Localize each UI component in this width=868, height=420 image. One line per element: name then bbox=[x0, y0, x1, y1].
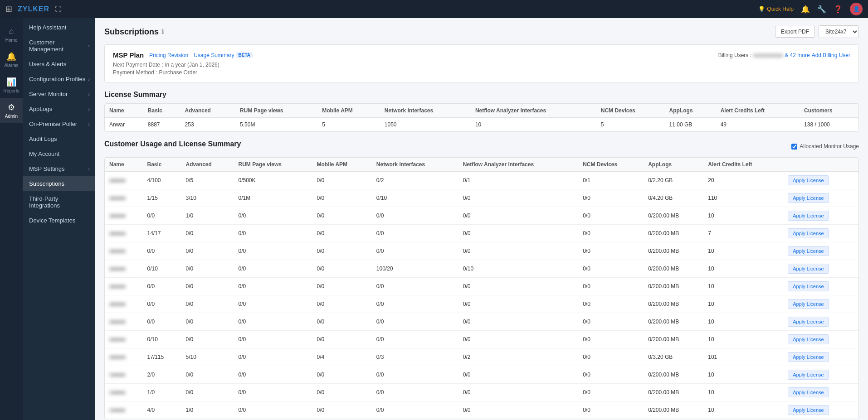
sidebar-item-home[interactable]: ⌂ Home bbox=[0, 22, 23, 47]
apply-license-button[interactable]: Apply License bbox=[788, 246, 829, 256]
col-netflow: Netflow Analyzer Interfaces bbox=[471, 104, 596, 118]
apply-license-button[interactable]: Apply License bbox=[788, 334, 829, 344]
apply-license-button[interactable]: Apply License bbox=[788, 387, 829, 397]
cu-col-alert-credits: Alert Credits Left bbox=[703, 158, 783, 172]
cell-action[interactable]: Apply License bbox=[783, 366, 858, 384]
pricing-revision-link[interactable]: Pricing Revision bbox=[149, 52, 188, 58]
table-row: c●●●● 4/0 1/0 0/0 0/0 0/0 0/0 0/0 0/200.… bbox=[105, 401, 858, 419]
apply-license-button[interactable]: Apply License bbox=[788, 264, 829, 274]
cell-applogs: 0/2.20 GB bbox=[644, 172, 703, 189]
cell-network: 0/0 bbox=[372, 366, 458, 384]
chevron-icon: › bbox=[88, 77, 90, 82]
apply-license-button[interactable]: Apply License bbox=[788, 317, 829, 327]
grid-icon[interactable]: ⊞ bbox=[5, 4, 12, 14]
sidebar-item-device-templates[interactable]: Device Templates bbox=[23, 213, 95, 228]
cell-action[interactable]: Apply License bbox=[783, 384, 858, 401]
cell-advanced: 0/0 bbox=[181, 242, 234, 260]
cell-action[interactable]: Apply License bbox=[783, 313, 858, 331]
sidebar-item-admin[interactable]: ⚙ Admin bbox=[0, 98, 23, 123]
sidebar-item-applogs[interactable]: AppLogs › bbox=[23, 101, 95, 116]
cell-network: 0/0 bbox=[372, 242, 458, 260]
sidebar-item-audit-logs[interactable]: Audit Logs bbox=[23, 131, 95, 146]
apply-license-button[interactable]: Apply License bbox=[788, 352, 829, 362]
cell-applogs: 0/200.00 MB bbox=[644, 401, 703, 419]
cell-netflow: 0/0 bbox=[458, 401, 578, 419]
sidebar-item-customer-management[interactable]: Customer Management › bbox=[23, 35, 95, 57]
quick-help-link[interactable]: 💡 Quick Help bbox=[758, 6, 794, 12]
help-icon[interactable]: ❓ bbox=[834, 5, 843, 14]
cell-action[interactable]: Apply License bbox=[783, 207, 858, 225]
sidebar-item-third-party-integrations[interactable]: Third-Party Integrations bbox=[23, 191, 95, 213]
cell-network: 0/0 bbox=[372, 384, 458, 401]
cell-action[interactable]: Apply License bbox=[783, 331, 858, 348]
sidebar-item-on-premise-poller[interactable]: On-Premise Poller › bbox=[23, 116, 95, 131]
cell-alert-credits: 10 bbox=[703, 295, 783, 313]
cell-action[interactable]: Apply License bbox=[783, 278, 858, 295]
chevron-icon: › bbox=[88, 43, 90, 48]
usage-summary-link[interactable]: Usage Summary bbox=[194, 52, 234, 58]
col-mobile-apm: Mobile APM bbox=[317, 104, 380, 118]
cell-rum: 0/0 bbox=[234, 331, 312, 348]
chevron-icon: › bbox=[88, 166, 90, 172]
sidebar-item-alarms[interactable]: 🔔 Alarms bbox=[0, 47, 23, 72]
cell-mobile-apm: 0/0 bbox=[312, 172, 372, 189]
notification-icon[interactable]: 🔔 bbox=[801, 5, 810, 14]
billing-users-more-link[interactable]: & 42 more bbox=[785, 52, 809, 58]
table-row: a●●●● 17/115 5/10 0/0 0/4 0/3 0/2 0/0 0/… bbox=[105, 348, 858, 366]
apply-license-button[interactable]: Apply License bbox=[788, 228, 829, 238]
cell-netflow: 0/0 bbox=[458, 331, 578, 348]
cell-applogs: 0/200.00 MB bbox=[644, 331, 703, 348]
chevron-icon: › bbox=[88, 92, 90, 97]
apply-license-button[interactable]: Apply License bbox=[788, 193, 829, 203]
cell-netflow: 0/0 bbox=[458, 225, 578, 242]
tools-icon[interactable]: 🔧 bbox=[817, 5, 826, 14]
site-selector[interactable]: Site24x7 bbox=[819, 25, 859, 38]
cell-network: 0/0 bbox=[372, 295, 458, 313]
cell-action[interactable]: Apply License bbox=[783, 348, 858, 366]
cell-action[interactable]: Apply License bbox=[783, 401, 858, 419]
apply-license-button[interactable]: Apply License bbox=[788, 175, 829, 185]
col-customers: Customers bbox=[800, 104, 858, 118]
table-row: a●●●● 0/0 0/0 0/0 0/0 0/0 0/0 0/0 0/200.… bbox=[105, 313, 858, 331]
sidebar-item-server-monitor[interactable]: Server Monitor › bbox=[23, 87, 95, 101]
apply-license-button[interactable]: Apply License bbox=[788, 281, 829, 291]
allocated-monitor-checkbox-label[interactable]: Allocated Monitor Usage bbox=[791, 143, 859, 150]
page-header: Subscriptions ℹ Export PDF Site24x7 bbox=[104, 25, 859, 38]
license-summary-title: License Summary bbox=[104, 91, 859, 99]
cell-advanced: 0/0 bbox=[181, 295, 234, 313]
cell-rum: 0/0 bbox=[234, 242, 312, 260]
sidebar-item-help-assistant[interactable]: Help Assistant bbox=[23, 20, 95, 35]
apply-license-button[interactable]: Apply License bbox=[788, 370, 829, 380]
col-network: Network Interfaces bbox=[380, 104, 471, 118]
cell-action[interactable]: Apply License bbox=[783, 225, 858, 242]
reports-label: Reports bbox=[3, 88, 19, 93]
license-summary-table: Name Basic Advanced RUM Page views Mobil… bbox=[105, 104, 858, 131]
sidebar-item-users-alerts[interactable]: Users & Alerts bbox=[23, 57, 95, 72]
cell-ncm: 0/0 bbox=[578, 242, 644, 260]
license-summary-table-container: Name Basic Advanced RUM Page views Mobil… bbox=[104, 103, 859, 132]
allocated-monitor-checkbox[interactable] bbox=[791, 144, 797, 150]
sidebar-item-subscriptions[interactable]: Subscriptions bbox=[23, 176, 95, 191]
export-pdf-button[interactable]: Export PDF bbox=[775, 26, 815, 38]
sidebar-item-msp-settings[interactable]: MSP Settings › bbox=[23, 161, 95, 176]
cell-basic: 14/17 bbox=[142, 225, 181, 242]
apply-license-button[interactable]: Apply License bbox=[788, 299, 829, 309]
cell-alert-credits: 10 bbox=[703, 401, 783, 419]
sidebar-item-reports[interactable]: 📊 Reports bbox=[0, 72, 23, 98]
col-alert-credits: Alert Credits Left bbox=[716, 104, 800, 118]
cell-action[interactable]: Apply License bbox=[783, 295, 858, 313]
cell-mobile-apm: 0/0 bbox=[312, 207, 372, 225]
avatar[interactable]: 👤 bbox=[850, 3, 863, 15]
sidebar-item-my-account[interactable]: My Account bbox=[23, 146, 95, 161]
cell-action[interactable]: Apply License bbox=[783, 242, 858, 260]
cell-action[interactable]: Apply License bbox=[783, 172, 858, 189]
add-billing-user-link[interactable]: Add Billing User bbox=[812, 52, 850, 58]
sidebar-item-configuration-profiles[interactable]: Configuration Profiles › bbox=[23, 72, 95, 87]
info-icon[interactable]: ℹ bbox=[161, 28, 164, 35]
cell-action[interactable]: Apply License bbox=[783, 260, 858, 278]
expand-icon[interactable]: ⛶ bbox=[55, 5, 61, 13]
cell-network: 0/2 bbox=[372, 172, 458, 189]
apply-license-button[interactable]: Apply License bbox=[788, 405, 829, 415]
apply-license-button[interactable]: Apply License bbox=[788, 211, 829, 221]
cell-action[interactable]: Apply License bbox=[783, 189, 858, 207]
